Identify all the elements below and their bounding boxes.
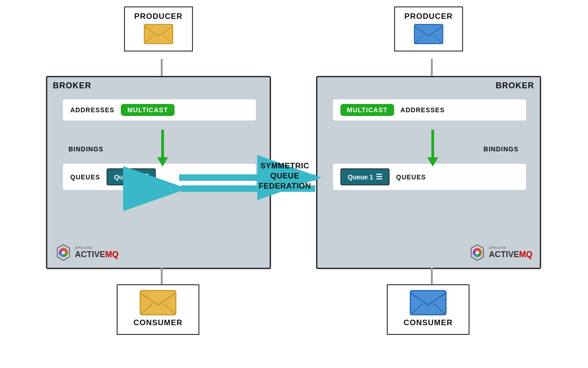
- diagram: PRODUCER PRODUCER BROKER ADDRESSES: [0, 0, 588, 368]
- left-active-label: ACTIVE: [75, 250, 105, 259]
- left-queue-lines-icon: ☰: [142, 172, 148, 181]
- right-multicast-badge: MULTICAST: [340, 104, 394, 116]
- left-queue-button[interactable]: Queue 1 ☰: [107, 168, 156, 185]
- left-mq-label: MQ: [105, 250, 119, 259]
- left-queues-label: QUEUES: [70, 173, 100, 181]
- right-queue-name: Queue 1: [348, 173, 373, 181]
- right-consumer-box: CONSUMER: [387, 284, 469, 335]
- right-addresses-panel: MULTICAST ADDRESSES: [333, 99, 526, 121]
- right-queue-button[interactable]: Queue 1 ☰: [340, 168, 390, 185]
- right-activemq-logo-icon: [469, 244, 486, 261]
- left-multicast-badge: MULTICAST: [121, 104, 175, 116]
- left-broker-label: BROKER: [47, 77, 270, 94]
- left-consumer-box: CONSUMER: [117, 284, 199, 335]
- svg-point-4: [62, 251, 65, 254]
- right-apache-label: APACHE: [489, 246, 532, 250]
- left-multicast-to-queue-arrow: [157, 130, 168, 167]
- svg-point-7: [475, 251, 479, 254]
- left-producer-envelope-icon: [144, 24, 173, 44]
- left-apache-label: APACHE: [75, 246, 119, 250]
- left-producer-box: PRODUCER: [124, 6, 193, 52]
- right-active-label: ACTIVE: [489, 250, 519, 259]
- right-mq-label: MQ: [519, 250, 532, 259]
- right-activemq-text: APACHE ACTIVEMQ: [489, 246, 532, 259]
- left-addresses-panel: ADDRESSES MULTICAST: [63, 99, 256, 121]
- svg-rect-12: [140, 291, 176, 315]
- right-broker-box: BROKER MULTICAST ADDRESSES BINDINGS Queu…: [316, 76, 541, 269]
- left-activemq-logo: APACHE ACTIVEMQ: [55, 244, 119, 261]
- right-queues-label: QUEUES: [396, 173, 426, 181]
- right-queue-lines-icon: ☰: [376, 172, 382, 181]
- svg-rect-1: [414, 24, 443, 44]
- federation-label: SYMMETRICQUEUEFEDERATION: [250, 161, 319, 191]
- left-producer-label: PRODUCER: [134, 12, 182, 21]
- right-producer-envelope-icon: [414, 24, 443, 44]
- left-activemq-logo-icon: [55, 244, 72, 261]
- right-broker-label: BROKER: [317, 77, 540, 94]
- svg-rect-13: [410, 291, 446, 315]
- federation-text: SYMMETRICQUEUEFEDERATION: [259, 161, 311, 190]
- left-queue-name: Queue 1: [114, 173, 139, 181]
- right-queues-panel: Queue 1 ☰ QUEUES: [333, 164, 526, 190]
- left-addresses-label: ADDRESSES: [70, 106, 114, 114]
- right-producer-box: PRODUCER: [394, 6, 463, 52]
- right-activemq-logo: APACHE ACTIVEMQ: [469, 244, 532, 261]
- left-activemq-text: APACHE ACTIVEMQ: [75, 246, 119, 259]
- svg-rect-0: [144, 24, 173, 44]
- left-bindings-label: BINDINGS: [68, 145, 103, 153]
- left-consumer-label: CONSUMER: [133, 318, 182, 328]
- right-bindings-label: BINDINGS: [484, 145, 519, 153]
- left-consumer-envelope-icon: [140, 290, 176, 316]
- right-consumer-label: CONSUMER: [403, 318, 452, 328]
- right-multicast-to-queue-arrow: [427, 130, 438, 167]
- right-consumer-envelope-icon: [410, 290, 447, 316]
- right-addresses-label: ADDRESSES: [401, 106, 445, 114]
- right-producer-label: PRODUCER: [404, 12, 452, 21]
